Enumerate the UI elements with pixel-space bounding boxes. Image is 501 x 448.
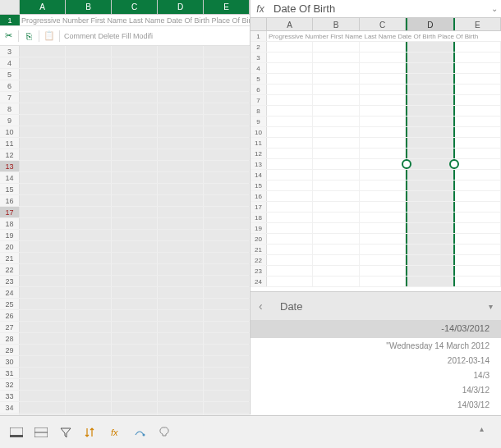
row-header[interactable]: 33: [0, 391, 20, 401]
grid-row[interactable]: 23: [0, 276, 250, 287]
sheet-view-icon[interactable]: [5, 421, 28, 444]
row-header[interactable]: 15: [250, 181, 267, 190]
grid-row[interactable]: 11: [250, 138, 501, 149]
grid-row[interactable]: 20: [0, 241, 250, 253]
row-header[interactable]: 3: [0, 46, 20, 57]
row-header[interactable]: 7: [250, 95, 267, 105]
left-header-cells[interactable]: Progressive Number First Name Last Name …: [20, 15, 250, 25]
row-header[interactable]: 32: [0, 379, 20, 390]
row-header[interactable]: 23: [250, 266, 267, 276]
dropdown-icon[interactable]: ▾: [476, 302, 493, 311]
ink-icon[interactable]: [128, 421, 151, 444]
row-header[interactable]: 11: [0, 138, 20, 149]
grid-row[interactable]: 18: [250, 213, 501, 223]
copy-icon[interactable]: ⎘: [21, 31, 37, 41]
date-format-option[interactable]: 14/03/12: [250, 400, 490, 415]
row-header[interactable]: 19: [250, 223, 267, 233]
grid-row[interactable]: 18: [0, 218, 250, 230]
grid-row[interactable]: 5: [0, 69, 250, 80]
row-header[interactable]: 17: [250, 202, 267, 212]
grid-row[interactable]: 3: [0, 46, 250, 57]
row-header[interactable]: 12: [0, 149, 20, 160]
row-header[interactable]: 20: [0, 241, 20, 252]
grid-row[interactable]: 13: [0, 161, 250, 172]
cut-icon[interactable]: ✂: [0, 30, 16, 41]
grid-row[interactable]: 21: [0, 253, 250, 264]
grid-row[interactable]: 5: [250, 74, 501, 85]
row-header[interactable]: 19: [0, 230, 20, 240]
rcol-head-E[interactable]: E: [455, 18, 501, 30]
grid-row[interactable]: 2: [250, 42, 501, 53]
card-view-icon[interactable]: [30, 421, 53, 444]
row-header[interactable]: 22: [0, 264, 20, 275]
row-header[interactable]: 35: [0, 414, 20, 414]
grid-row[interactable]: 32: [0, 379, 250, 391]
col-head-E[interactable]: E: [204, 0, 250, 14]
row-header[interactable]: 27: [0, 322, 20, 332]
rcol-head-C[interactable]: C: [360, 18, 406, 30]
row-header-1[interactable]: 1: [0, 15, 20, 25]
row-header[interactable]: 15: [0, 184, 20, 194]
row-header[interactable]: 18: [0, 218, 20, 229]
row-header[interactable]: 4: [0, 57, 20, 68]
grid-row[interactable]: 8: [250, 106, 501, 117]
grid-row[interactable]: 16: [250, 191, 501, 202]
row-header[interactable]: 16: [250, 191, 267, 201]
row-header[interactable]: 28: [0, 333, 20, 344]
grid-row[interactable]: 11: [0, 138, 250, 149]
row-header[interactable]: 8: [250, 106, 267, 116]
paste-icon[interactable]: 📋: [41, 30, 57, 41]
grid-row[interactable]: 4: [250, 63, 501, 74]
formula-expand-icon[interactable]: ⌄: [488, 4, 501, 13]
grid-row[interactable]: 27: [0, 322, 250, 333]
grid-row[interactable]: 26: [0, 310, 250, 322]
row-header[interactable]: 13: [0, 161, 20, 171]
left-grid-body[interactable]: 3456789101112131415161718192021222324252…: [0, 46, 250, 414]
grid-row[interactable]: 17: [250, 202, 501, 213]
grid-row[interactable]: 33: [0, 391, 250, 402]
row-header[interactable]: 20: [250, 234, 267, 244]
grid-row[interactable]: 22: [0, 264, 250, 276]
col-head-A[interactable]: A: [20, 0, 66, 14]
bottom-expand-icon[interactable]: ▴: [480, 424, 496, 441]
row-header[interactable]: 13: [250, 159, 267, 169]
grid-row[interactable]: 12: [0, 149, 250, 161]
row-header[interactable]: 7: [0, 92, 20, 103]
row-header[interactable]: 17: [0, 207, 20, 217]
grid-row[interactable]: 4: [0, 57, 250, 69]
grid-row[interactable]: 6: [250, 85, 501, 95]
grid-row[interactable]: 22: [250, 255, 501, 266]
row-header[interactable]: 23: [0, 276, 20, 286]
grid-row[interactable]: 17: [0, 207, 250, 218]
grid-row[interactable]: 29: [0, 345, 250, 356]
row-header[interactable]: 3: [250, 53, 267, 62]
col-head-C[interactable]: C: [112, 0, 158, 14]
col-head-B[interactable]: B: [66, 0, 112, 14]
row-header[interactable]: 10: [250, 127, 267, 137]
date-format-option[interactable]: "Wednesday 14 March 2012: [250, 341, 490, 356]
rcol-head-D[interactable]: D: [406, 18, 454, 30]
row-header[interactable]: 9: [250, 117, 267, 126]
row-header[interactable]: 2: [250, 42, 267, 52]
formula-value[interactable]: Date Of Birth: [270, 2, 488, 15]
selection-handle[interactable]: [449, 159, 459, 169]
grid-row[interactable]: 16: [0, 195, 250, 207]
grid-row[interactable]: 20: [250, 234, 501, 245]
grid-row[interactable]: 12: [250, 149, 501, 159]
grid-row[interactable]: 9: [250, 117, 501, 127]
row-header[interactable]: 34: [0, 402, 20, 413]
row-header[interactable]: 26: [0, 310, 20, 321]
row-header[interactable]: 21: [0, 253, 20, 263]
filter-icon[interactable]: [54, 421, 77, 444]
row-header[interactable]: 30: [0, 356, 20, 367]
row-header[interactable]: 16: [0, 195, 20, 206]
grid-row[interactable]: 28: [0, 333, 250, 345]
grid-row[interactable]: 9: [0, 115, 250, 126]
grid-row[interactable]: 14: [0, 172, 250, 184]
row-header[interactable]: 6: [0, 80, 20, 91]
grid-row[interactable]: 10: [0, 126, 250, 138]
row-header[interactable]: 11: [250, 138, 267, 148]
grid-row[interactable]: 15: [250, 181, 501, 191]
selection-handle[interactable]: [402, 159, 411, 169]
grid-row[interactable]: 15: [0, 184, 250, 195]
